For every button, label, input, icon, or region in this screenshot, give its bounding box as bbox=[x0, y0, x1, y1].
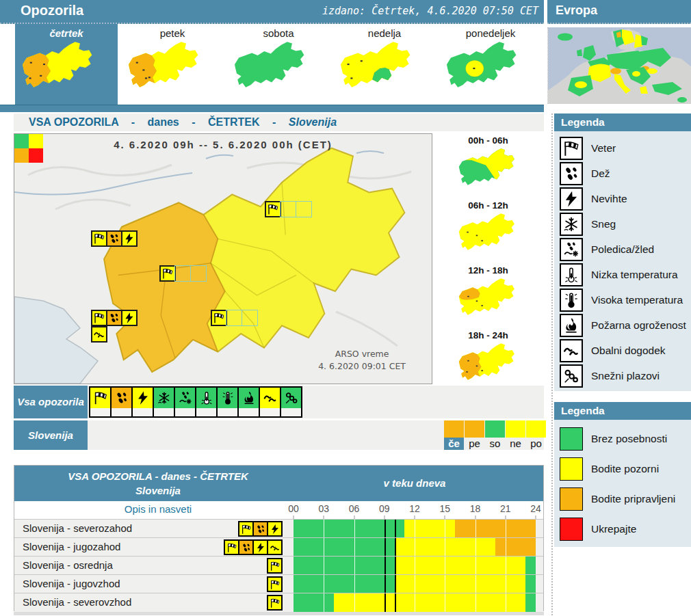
legend-item-visoka: Visoka temperatura bbox=[554, 287, 691, 312]
all-warnings-icon-strip bbox=[89, 386, 301, 418]
slovenia-thumbnail-map bbox=[15, 39, 104, 101]
map-obalni-warning bbox=[91, 326, 107, 343]
poledica-icon bbox=[562, 241, 580, 258]
main-warning-map[interactable]: 4. 6.2020 09h -- 5. 6.2020 00h (CET) ARS… bbox=[14, 133, 432, 384]
map-warning-icon-group[interactable] bbox=[211, 310, 257, 326]
day-tabs: četrtekpeteksobotanedeljaponedeljek bbox=[0, 24, 544, 105]
time-map-00h-06h[interactable]: 00h - 06h bbox=[432, 135, 544, 198]
sidebar: Legenda VeterDežNevihteSnegPoledica/žled… bbox=[551, 113, 691, 615]
all-warnings-nizka[interactable] bbox=[195, 386, 218, 418]
slovenia-day-če[interactable]: če bbox=[444, 420, 464, 450]
europe-title: Evropa bbox=[556, 3, 597, 18]
map-warning-icon-group[interactable] bbox=[91, 310, 136, 326]
slovenia-thumbnail-map bbox=[450, 276, 527, 325]
day-abbrev: so bbox=[485, 438, 505, 450]
warning-row-1[interactable]: Slovenija - jugozahod bbox=[14, 537, 543, 557]
desc-column-header: Opis in nasveti bbox=[45, 503, 271, 515]
veter-icon-box bbox=[560, 137, 583, 160]
all-warnings-nevihte[interactable] bbox=[131, 386, 154, 418]
timeline-gridline bbox=[475, 520, 476, 538]
map-warning-icon-group[interactable] bbox=[91, 230, 136, 247]
nevihte-icon bbox=[135, 390, 151, 405]
row-veter-warning bbox=[238, 521, 254, 537]
timeline-segment bbox=[455, 520, 536, 538]
all-warnings-sneg[interactable] bbox=[153, 386, 175, 418]
day-tab-label: četrtek bbox=[15, 27, 118, 39]
time-marker bbox=[384, 538, 386, 557]
time-map-06h-12h[interactable]: 06h - 12h bbox=[432, 200, 544, 263]
legend-level-item: Bodite pripravljeni bbox=[554, 484, 691, 514]
all-warnings-pozar[interactable] bbox=[237, 386, 260, 418]
timeline-gridline bbox=[354, 557, 355, 575]
day-tab-sobota[interactable]: sobota bbox=[227, 24, 330, 105]
plazovi-icon-box bbox=[560, 364, 583, 388]
day-abbrev: pe bbox=[465, 438, 484, 450]
time-marker bbox=[384, 557, 386, 575]
day-level-swatch bbox=[485, 420, 505, 438]
all-warnings-poledica[interactable] bbox=[174, 386, 196, 418]
time-map-12h-18h[interactable]: 12h - 18h bbox=[432, 265, 544, 328]
map-veter-warning bbox=[211, 310, 227, 326]
map-valid-period: 4. 6.2020 09h -- 5. 6.2020 00h (CET) bbox=[14, 139, 432, 150]
dez-icon bbox=[108, 232, 120, 245]
obalni-icon bbox=[93, 328, 105, 340]
time-map-18h-24h[interactable]: 18h - 24h bbox=[432, 330, 544, 393]
slovenia-map-graphic bbox=[14, 134, 432, 384]
legend-level-item: Brez posebnosti bbox=[554, 424, 691, 454]
map-veter-warning bbox=[159, 265, 176, 282]
all-warnings-obalni[interactable] bbox=[259, 386, 281, 418]
map-empty-slot bbox=[296, 201, 312, 217]
all-warnings-plazovi[interactable] bbox=[280, 386, 302, 418]
warning-row-4[interactable]: Slovenija - severovzhod bbox=[14, 593, 543, 612]
map-warning-icon-group[interactable] bbox=[91, 326, 106, 343]
timeline-gridline bbox=[506, 575, 506, 593]
map-warning-icon-group[interactable] bbox=[159, 265, 206, 282]
timeline-gridline bbox=[354, 575, 355, 593]
nevihte-icon bbox=[270, 524, 281, 535]
row-obalni-warning bbox=[267, 539, 283, 555]
timeline-gridline bbox=[415, 557, 415, 575]
pozar-icon-box bbox=[560, 314, 583, 337]
day-tab-ponedeljek[interactable]: ponedeljek bbox=[439, 24, 542, 105]
warning-row-3[interactable]: Slovenija - jugovzhod bbox=[14, 574, 543, 593]
section-title-warnings: VSA OPOZORILA bbox=[29, 116, 118, 128]
all-warnings-dez[interactable] bbox=[110, 386, 133, 418]
tabs-divider-bar bbox=[0, 105, 544, 112]
timeline-gridline bbox=[324, 538, 324, 557]
section-title-today: danes bbox=[148, 116, 179, 128]
legend-item-label: Nevihte bbox=[591, 193, 627, 205]
obalni-icon bbox=[270, 542, 281, 553]
all-warnings-visoka[interactable] bbox=[216, 386, 239, 418]
timeline-segment bbox=[294, 557, 395, 575]
timeline-segment bbox=[334, 593, 525, 612]
slovenia-day-po[interactable]: po bbox=[526, 420, 546, 450]
legend-item-obalni: Obalni dogodek bbox=[554, 338, 691, 363]
timeline-gridline bbox=[415, 575, 415, 593]
map-nevihte-warning bbox=[121, 230, 138, 247]
nizka-icon-box bbox=[560, 263, 583, 286]
slovenia-day-so[interactable]: so bbox=[485, 420, 505, 450]
map-warning-icon-group[interactable] bbox=[265, 201, 311, 217]
slovenia-day-pe[interactable]: pe bbox=[465, 420, 484, 450]
row-timeline bbox=[294, 557, 536, 575]
table-subtitle: Slovenija bbox=[45, 485, 271, 496]
day-tab-četrtek[interactable]: četrtek bbox=[15, 24, 118, 105]
warning-row-2[interactable]: Slovenija - osrednja bbox=[14, 556, 543, 575]
day-tab-petek[interactable]: petek bbox=[121, 24, 224, 105]
europe-map-thumbnail[interactable] bbox=[547, 27, 691, 104]
legend-icons-title: Legenda bbox=[554, 113, 691, 131]
all-warnings-veter[interactable] bbox=[89, 386, 112, 418]
dez-icon-box bbox=[560, 162, 583, 185]
map-credit: ARSO vreme 4. 6.2020 09:01 CET bbox=[318, 348, 406, 373]
timeline-segment bbox=[404, 520, 455, 538]
slovenia-day-ne[interactable]: ne bbox=[506, 420, 525, 450]
warning-row-0[interactable]: Slovenija - severozahod bbox=[14, 519, 543, 538]
table-header: VSA OPOZORILA - danes - ČETRTEK Slovenij… bbox=[14, 466, 543, 501]
day-tab-nedelja[interactable]: nedelja bbox=[333, 24, 436, 105]
legend-item-label: Nizka temperatura bbox=[591, 269, 678, 281]
map-dez-warning bbox=[106, 230, 122, 247]
dez-icon bbox=[241, 542, 252, 553]
legend-item-poledica: Poledica/žled bbox=[554, 237, 691, 262]
section-title-region: Slovenija bbox=[289, 116, 337, 128]
legend-level-label: Ukrepajte bbox=[591, 523, 636, 535]
